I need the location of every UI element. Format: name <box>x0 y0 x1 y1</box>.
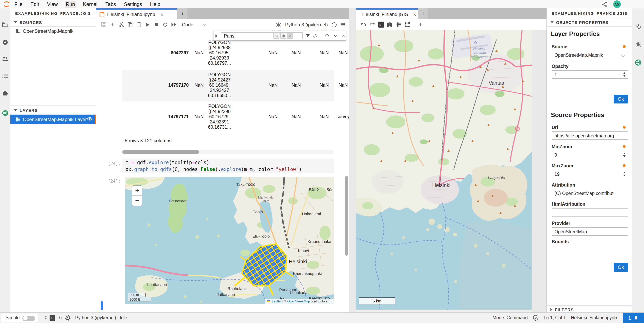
running-terminals-icon[interactable] <box>2 39 8 45</box>
leaflet-link[interactable]: Leaflet <box>272 300 282 303</box>
source-item-openstreetmap[interactable]: OpenStreetMap.Mapnik <box>10 27 96 35</box>
maxzoom-input[interactable] <box>552 172 628 176</box>
url-input[interactable] <box>552 133 628 138</box>
next-match-button[interactable] <box>334 33 338 37</box>
simple-mode-toggle[interactable] <box>22 316 35 321</box>
menu-item-run[interactable]: Run <box>64 0 76 8</box>
cursor-position[interactable]: Ln 1, Col 1 <box>544 315 566 320</box>
share-icon[interactable] <box>602 1 607 7</box>
restart-kernel-button[interactable] <box>161 21 170 28</box>
trust-shield-icon[interactable] <box>533 315 538 321</box>
minzoom-input[interactable] <box>552 152 628 157</box>
search-expand-caret[interactable] <box>216 34 218 37</box>
paste-cells-button[interactable] <box>134 21 143 28</box>
provider-input[interactable] <box>552 229 628 234</box>
close-tab-icon[interactable]: × <box>413 11 416 17</box>
avatar[interactable]: AM <box>613 0 621 8</box>
terminal-icon[interactable]: $_ <box>50 315 55 321</box>
kernel-name[interactable]: Python 3 (ipykernel) <box>285 22 328 27</box>
restart-run-all-button[interactable] <box>170 21 178 28</box>
jupytergis-right-panel-icon[interactable] <box>635 59 642 66</box>
close-tab-icon[interactable]: × <box>160 11 163 17</box>
filter-icon[interactable] <box>306 33 310 38</box>
tab-helsinki-finland-ipynb[interactable]: Helsinki_Finland.ipynb × <box>96 8 177 19</box>
zoom-out-button[interactable]: − <box>132 196 142 205</box>
menu-item-file[interactable]: File <box>13 0 24 8</box>
regex-button[interactable]: .* <box>287 33 293 39</box>
stepper[interactable] <box>623 172 626 176</box>
kernel-status-text[interactable]: Python 3 (ipykernel) | Idle <box>75 315 127 320</box>
notifications-badge[interactable]: 1 <box>623 313 644 323</box>
menu-item-edit[interactable]: Edit <box>29 0 40 8</box>
basemap-book-icon[interactable] <box>385 21 394 28</box>
match-case-button[interactable]: Aa <box>274 33 280 39</box>
collaborators-icon[interactable] <box>2 55 8 62</box>
pane-splitter[interactable] <box>349 8 356 313</box>
kernel-status-icon[interactable] <box>332 22 336 27</box>
search-input[interactable] <box>223 33 273 38</box>
interrupt-kernel-button[interactable] <box>152 21 161 28</box>
scrollbar-thumb[interactable] <box>122 150 199 154</box>
maxzoom-label: MaxZoom <box>552 163 573 168</box>
menu-item-tabs[interactable]: Tabs <box>104 0 117 8</box>
cell-type-dropdown[interactable]: Code <box>182 22 206 27</box>
svg-text:lentoasema: lentoasema <box>471 55 488 59</box>
leaflet-map[interactable]: Seurasaari Taka-Töölö Kallio Sörn Mäntym… <box>125 177 334 304</box>
cut-cells-button[interactable] <box>117 21 126 28</box>
whole-word-button[interactable]: ab <box>280 33 286 39</box>
menu-item-settings[interactable]: Settings <box>123 0 143 8</box>
menu-item-kernel[interactable]: Kernel <box>82 0 98 8</box>
jupytergis-panel-icon[interactable] <box>2 110 8 116</box>
tab-helsinki-finland-jgis[interactable]: Helsinki_Finland.jGIS × <box>356 8 418 19</box>
extension-manager-icon[interactable] <box>2 90 8 96</box>
layer-item-selected[interactable]: OpenStreetMap.Mapnik Layer <box>10 115 96 124</box>
raster-layer-button[interactable] <box>394 21 403 28</box>
horizontal-scrollbar[interactable] <box>122 150 334 154</box>
svg-text:Kruununhaka: Kruununhaka <box>308 239 332 244</box>
vector-polygon-button[interactable] <box>403 21 412 28</box>
save-button[interactable] <box>99 21 108 28</box>
kernel-usage-icon[interactable] <box>65 315 71 321</box>
osm-link[interactable]: OpenStreetMap <box>287 300 310 303</box>
previous-match-button[interactable] <box>326 34 330 38</box>
gis-map[interactable]: ✈ Helsinki- Vantaan lentoasema Vantaa He… <box>356 30 532 310</box>
debugger-bug-icon[interactable] <box>276 22 281 27</box>
vertical-scrollbar[interactable] <box>346 176 348 256</box>
attribution-input[interactable] <box>552 191 628 196</box>
htmlattribution-input[interactable] <box>552 210 628 215</box>
file-browser-icon[interactable] <box>2 21 8 28</box>
layer-ok-button[interactable]: Ok <box>614 95 628 103</box>
source-select[interactable]: OpenStreetMap.Mapnik <box>552 51 628 59</box>
toolbar-menu-icon[interactable] <box>340 22 345 27</box>
code-cell[interactable]: m = gdf.explore(tooltip=cols) ox.graph_t… <box>122 159 334 173</box>
debugger-bug-icon[interactable] <box>635 41 641 47</box>
visibility-eye-icon[interactable] <box>87 117 93 121</box>
run-cell-button[interactable] <box>143 21 152 28</box>
stepper[interactable] <box>623 153 626 157</box>
zoom-in-button[interactable]: + <box>132 186 142 196</box>
new-tab-button[interactable]: + <box>178 8 188 19</box>
add-layer-button[interactable]: + <box>416 21 425 28</box>
table-of-contents-icon[interactable] <box>2 73 8 79</box>
menu-item-help[interactable]: Help <box>149 0 161 8</box>
new-tab-button[interactable]: + <box>418 8 428 19</box>
undo-button[interactable] <box>359 21 368 28</box>
copy-cells-button[interactable] <box>126 21 134 28</box>
console-button[interactable]: $_ <box>376 21 385 28</box>
close-search-button[interactable]: × <box>342 33 345 39</box>
objects-properties-header[interactable]: OBJECTS PROPERTIES <box>547 18 632 27</box>
menu-item-view[interactable]: View <box>46 0 59 8</box>
opacity-input[interactable] <box>552 72 628 77</box>
source-ok-button[interactable]: Ok <box>614 263 628 272</box>
sources-section-header[interactable]: SOURCES <box>10 18 96 27</box>
layers-section-header[interactable]: LAYERS <box>10 105 96 115</box>
property-inspector-icon[interactable] <box>635 23 642 29</box>
stepper[interactable] <box>623 72 626 76</box>
cell-geometry: POLYGON((24.9293860.16795,24.9293360.167… <box>203 40 236 66</box>
dataframe-summary: 5 rows × 121 columns <box>125 138 172 143</box>
cell-collapser[interactable] <box>101 301 103 310</box>
minzoom-input-wrap <box>552 151 628 159</box>
redo-button[interactable] <box>368 21 376 28</box>
table-row: 14797171 NaN POLYGON((24.9239060.16729,2… <box>122 101 334 133</box>
insert-cell-button[interactable]: + <box>108 21 117 28</box>
